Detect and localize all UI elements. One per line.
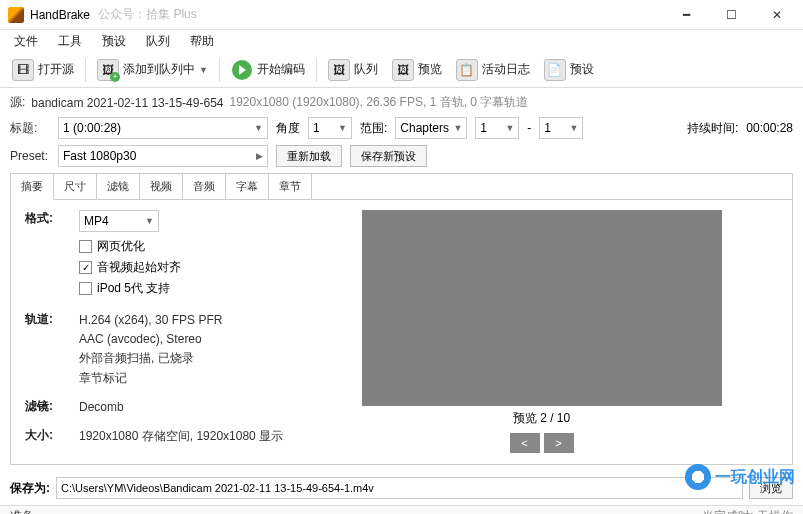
maximize-button[interactable]: ☐	[709, 1, 754, 29]
reload-button[interactable]: 重新加载	[276, 145, 342, 167]
open-source-button[interactable]: 🎞 打开源	[6, 56, 80, 84]
size-label: 大小:	[25, 427, 79, 446]
range-start-select[interactable]: 1▼	[475, 117, 519, 139]
angle-select[interactable]: 1▼	[308, 117, 352, 139]
activity-log-button[interactable]: 📋 活动日志	[450, 56, 536, 84]
menu-presets[interactable]: 预设	[92, 31, 136, 52]
queue-icon: 🖼	[328, 59, 350, 81]
duration-label: 持续时间:	[687, 120, 738, 137]
minimize-button[interactable]: ━	[664, 1, 709, 29]
menu-tools[interactable]: 工具	[48, 31, 92, 52]
titlebar: HandBrake 公众号：拾集 Plus ━ ☐ ✕	[0, 0, 803, 30]
image-plus-icon: 🖼+	[97, 59, 119, 81]
duration-value: 00:00:28	[746, 121, 793, 135]
title-select[interactable]: 1 (0:00:28)▼	[58, 117, 268, 139]
tabs: 摘要 尺寸 滤镜 视频 音频 字幕 章节	[11, 174, 792, 200]
tab-audio[interactable]: 音频	[183, 174, 226, 199]
preview-image	[362, 210, 722, 406]
tab-summary[interactable]: 摘要	[11, 174, 54, 200]
tab-filters[interactable]: 滤镜	[97, 174, 140, 199]
menu-help[interactable]: 帮助	[180, 31, 224, 52]
menu-queue[interactable]: 队列	[136, 31, 180, 52]
presets-icon: 📄	[544, 59, 566, 81]
preview-caption: 预览 2 / 10	[513, 410, 570, 427]
toolbar: 🎞 打开源 🖼+ 添加到队列中 ▼ 开始编码 🖼 队列 🖼 预览 📋 活动日志 …	[0, 52, 803, 88]
preview-prev-button[interactable]: <	[510, 433, 540, 453]
size-value: 1920x1080 存储空间, 1920x1080 显示	[79, 427, 283, 446]
preview-button[interactable]: 🖼 预览	[386, 56, 448, 84]
track-label: 轨道:	[25, 311, 79, 388]
range-label: 范围:	[360, 120, 387, 137]
app-title: HandBrake	[30, 8, 90, 22]
preset-select[interactable]: Fast 1080p30▶	[58, 145, 268, 167]
app-icon	[8, 7, 24, 23]
app-subtitle: 公众号：拾集 Plus	[98, 6, 197, 23]
source-label: 源:	[10, 94, 25, 111]
film-icon: 🎞	[12, 59, 34, 81]
watermark: 一玩创业网	[685, 464, 795, 490]
av-start-checkbox[interactable]: ✓	[79, 261, 92, 274]
format-label: 格式:	[25, 210, 79, 301]
tab-subtitles[interactable]: 字幕	[226, 174, 269, 199]
statusbar: 准备 当完成时: 无操作	[0, 505, 803, 514]
chevron-down-icon: ▼	[199, 65, 208, 75]
save-label: 保存为:	[10, 480, 50, 497]
watermark-text: 一玩创业网	[715, 467, 795, 488]
status-right: 当完成时: 无操作	[702, 508, 793, 514]
preview-next-button[interactable]: >	[544, 433, 574, 453]
tab-dimensions[interactable]: 尺寸	[54, 174, 97, 199]
save-new-preset-button[interactable]: 保存新预设	[350, 145, 427, 167]
track-line: 章节标记	[79, 369, 222, 388]
watermark-logo-icon	[685, 464, 711, 490]
range-mode-select[interactable]: Chapters▼	[395, 117, 467, 139]
track-line: 外部音频扫描, 已烧录	[79, 349, 222, 368]
menubar: 文件 工具 预设 队列 帮助	[0, 30, 803, 52]
menu-file[interactable]: 文件	[4, 31, 48, 52]
tab-video[interactable]: 视频	[140, 174, 183, 199]
track-line: AAC (avcodec), Stereo	[79, 330, 222, 349]
format-select[interactable]: MP4▼	[79, 210, 159, 232]
range-end-select[interactable]: 1▼	[539, 117, 583, 139]
status-left: 准备	[10, 508, 34, 514]
preset-label: Preset:	[10, 149, 50, 163]
play-icon	[231, 59, 253, 81]
log-icon: 📋	[456, 59, 478, 81]
queue-button[interactable]: 🖼 队列	[322, 56, 384, 84]
close-button[interactable]: ✕	[754, 1, 799, 29]
track-line: H.264 (x264), 30 FPS PFR	[79, 311, 222, 330]
save-path-input[interactable]	[56, 477, 743, 499]
source-meta: 1920x1080 (1920x1080), 26.36 FPS, 1 音轨, …	[229, 94, 528, 111]
preview-icon: 🖼	[392, 59, 414, 81]
angle-label: 角度	[276, 120, 300, 137]
start-encode-button[interactable]: 开始编码	[225, 56, 311, 84]
filter-value: Decomb	[79, 398, 124, 417]
web-optimized-checkbox[interactable]	[79, 240, 92, 253]
filter-label: 滤镜:	[25, 398, 79, 417]
source-name: bandicam 2021-02-11 13-15-49-654	[31, 96, 223, 110]
add-to-queue-button[interactable]: 🖼+ 添加到队列中 ▼	[91, 56, 214, 84]
ipod-checkbox[interactable]	[79, 282, 92, 295]
presets-button[interactable]: 📄 预设	[538, 56, 600, 84]
tab-chapters[interactable]: 章节	[269, 174, 312, 199]
title-label: 标题:	[10, 120, 50, 137]
